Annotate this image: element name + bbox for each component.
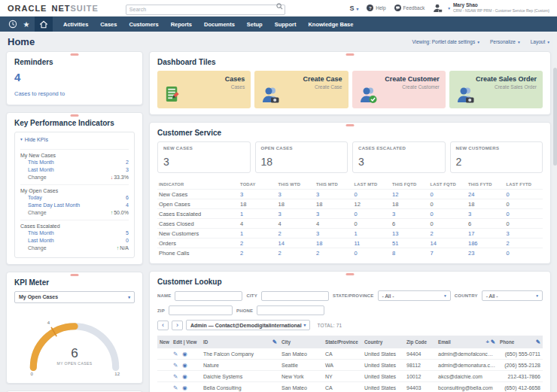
metric-value[interactable]: 18 [239,201,277,208]
nav-item[interactable]: Customers [123,21,164,28]
metric-value[interactable]: 17 [467,230,505,237]
view-select[interactable]: Admin — Contact@Demodigitalinternational… [186,320,310,330]
metric-value[interactable]: 11 [353,240,391,247]
metric-value[interactable]: 0 [505,250,543,257]
personalize-dropdown[interactable]: Personalize▾ [490,39,520,44]
metric-value[interactable]: 3 [277,191,315,198]
recent-records-button[interactable] [6,17,20,32]
metric-value[interactable]: 12 [391,191,429,198]
feedback-button[interactable]: Feedback [394,5,425,11]
kpi-value[interactable]: 5 [126,230,129,236]
edit-column-icon[interactable]: ✎ [491,339,495,345]
metric-value[interactable]: 6 [467,220,505,227]
metric-value[interactable]: 51 [391,240,429,247]
state-select[interactable]: - All -▾ [378,290,451,301]
help-button[interactable]: ?Help [367,5,385,11]
metric-value[interactable]: 18 [277,201,315,208]
view-icon[interactable]: ◉ [182,351,187,357]
prev-page-button[interactable]: ‹ [157,321,169,330]
metric-value[interactable]: 0 [429,201,467,208]
country-select[interactable]: - All -▾ [482,290,543,301]
dashboard-tile[interactable]: Create CustomerCreate Customer [352,71,446,108]
metric-value[interactable]: 4 [277,220,315,227]
app-switcher-icon[interactable]: S▾ [349,5,358,12]
metric-value[interactable]: 4 [239,220,277,227]
edit-icon[interactable]: ✎ [173,351,178,357]
metric-value[interactable]: 18 [315,240,353,247]
view-icon[interactable]: ◉ [182,362,187,369]
metric-value[interactable]: 8 [391,250,429,257]
nav-item[interactable]: Cases [94,21,123,28]
metric-value[interactable]: 3 [391,211,429,217]
add-column-icon[interactable]: + [486,339,489,345]
metric-value[interactable]: 3 [239,191,277,198]
metric-value[interactable]: 7 [429,250,467,257]
customer-id[interactable]: The Falcon Company [201,350,279,358]
kpi-value[interactable]: 6 [126,195,129,200]
metric-value[interactable]: 0 [505,191,543,198]
dashboard-tile[interactable]: CasesCases [157,71,251,108]
metric-value[interactable]: 3 [277,211,315,217]
kpi-period-link[interactable]: Last Month [28,238,54,243]
name-input[interactable] [175,291,242,301]
kpi-value[interactable]: 2 [126,160,129,165]
nav-item[interactable]: Activities [57,21,94,28]
hide-kpis-toggle[interactable]: ▾Hide KPIs [20,137,48,146]
kpi-card[interactable]: NEW CASES 3 [157,141,251,173]
kpi-card[interactable]: NEW CUSTOMERS 2 [450,141,543,173]
scrollbar-thumb[interactable] [553,68,557,166]
metric-value[interactable]: 24 [467,191,505,198]
nav-item[interactable]: Reports [165,21,198,28]
view-icon[interactable]: ◉ [182,384,187,391]
reminder-link[interactable]: Cases to respond to [14,90,65,97]
search-input[interactable] [126,5,285,15]
nav-item[interactable]: Setup [241,21,269,28]
kpi-card[interactable]: OPEN CASES 18 [255,141,349,173]
customer-id[interactable]: Nature [201,361,279,369]
metric-value[interactable]: 2 [315,250,353,257]
metric-value[interactable]: 2 [239,250,277,257]
dashboard-tile[interactable]: Create Sales OrderCreate Sales Order [449,71,543,108]
kpi-period-link[interactable]: This Month [28,160,54,165]
kpi-value[interactable]: 3 [126,167,129,172]
kpi-value[interactable]: 0 [126,238,129,243]
metric-value[interactable]: 0 [505,211,543,217]
nav-item[interactable]: Knowledge Base [302,21,359,28]
metric-value[interactable]: 3 [467,211,505,217]
metric-value[interactable]: 0 [353,220,391,227]
metric-value[interactable]: 14 [277,240,315,247]
phone-input[interactable] [257,305,324,315]
metric-value[interactable]: 186 [467,240,505,247]
shortcuts-button[interactable]: ★ [20,17,33,32]
metric-value[interactable]: 0 [353,211,391,217]
next-page-button[interactable]: › [172,321,183,330]
kpi-period-link[interactable]: Same Day Last Month [28,202,80,208]
metric-value[interactable]: 0 [429,220,467,227]
kpi-period-link[interactable]: Last Month [28,167,54,172]
metric-value[interactable]: 1 [239,211,277,217]
metric-value[interactable]: 18 [467,201,505,208]
edit-column-icon[interactable]: ✎ [272,339,277,345]
metric-value[interactable]: 1 [353,230,391,237]
metric-value[interactable]: 18 [391,201,429,208]
kpi-value[interactable]: 4 [126,202,129,208]
metric-value[interactable]: 3 [315,230,353,237]
metric-value[interactable]: 2 [505,240,543,247]
metric-value[interactable]: 1 [239,230,277,237]
metric-value[interactable]: 0 [353,250,391,257]
metric-value[interactable]: 2 [277,250,315,257]
kpi-card[interactable]: CASES ESCALATED 3 [352,141,446,173]
metric-value[interactable]: 3 [505,230,543,237]
metric-value[interactable]: 6 [391,220,429,227]
page-scrollbar[interactable] [553,32,557,392]
metric-value[interactable]: 18 [315,201,353,208]
metric-value[interactable]: 0 [505,201,543,208]
metric-value[interactable]: 3 [315,211,353,217]
metric-value[interactable]: 0 [429,191,467,198]
nav-item[interactable]: Documents [198,21,241,28]
nav-item[interactable]: Support [269,21,303,28]
edit-icon[interactable]: ✎ [173,362,178,369]
metric-value[interactable]: 0 [429,211,467,217]
metric-value[interactable]: 2 [429,230,467,237]
home-tab[interactable] [35,17,53,32]
